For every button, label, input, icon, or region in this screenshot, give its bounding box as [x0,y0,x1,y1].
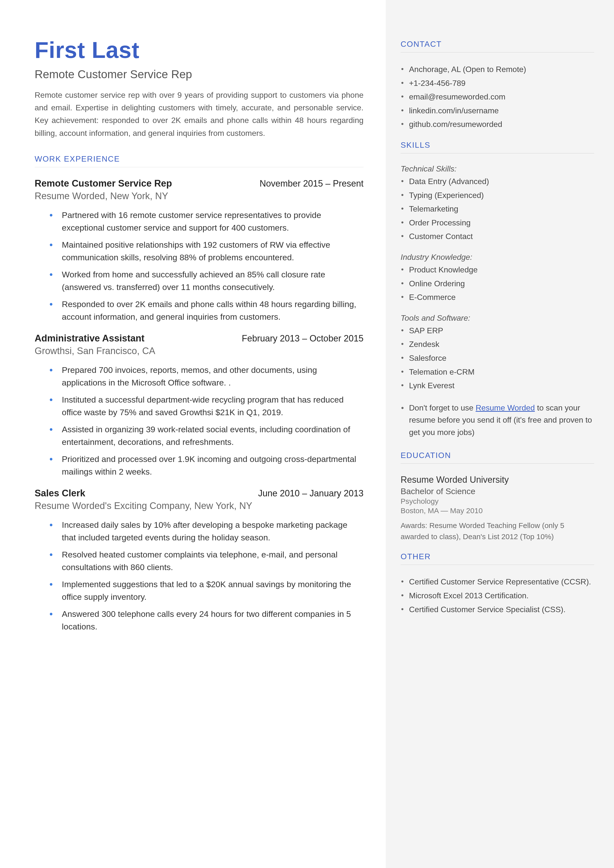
contact-item: +1-234-456-789 [401,77,594,90]
contact-heading: CONTACT [401,40,594,49]
job-header: Remote Customer Service RepNovember 2015… [35,178,363,189]
bullet-item: Instituted a successful department-wide … [50,393,363,419]
sidebar-column: CONTACT Anchorage, AL (Open to Remote)+1… [386,0,614,868]
person-title: Remote Customer Service Rep [35,68,363,81]
main-column: First Last Remote Customer Service Rep R… [0,0,386,868]
job-company: Resume Worded, New York, NY [35,191,363,202]
job-dates: November 2015 – Present [260,179,363,189]
divider [401,463,594,464]
divider [401,52,594,53]
bullet-item: Prioritized and processed over 1.9K inco… [50,453,363,478]
bullet-item: Responded to over 2K emails and phone ca… [50,298,363,323]
skills-list: SAP ERPZendeskSalesforceTelemation e-CRM… [401,325,594,392]
job-block: Sales ClerkJune 2010 – January 2013Resum… [35,488,363,633]
skill-item: Customer Contact [401,230,594,243]
job-bullets: Partnered with 16 remote customer servic… [35,209,363,323]
job-company: Growthsi, San Francisco, CA [35,346,363,356]
job-header: Sales ClerkJune 2010 – January 2013 [35,488,363,498]
edu-field: Psychology [401,497,594,506]
skills-list: Product KnowledgeOnline OrderingE-Commer… [401,264,594,304]
bullet-item: Partnered with 16 remote customer servic… [50,209,363,234]
contact-item: Anchorage, AL (Open to Remote) [401,63,594,76]
skills-heading: SKILLS [401,141,594,150]
skills-subhead: Industry Knowledge: [401,253,594,262]
other-item: Microsoft Excel 2013 Certification. [401,590,594,602]
skill-item: Online Ordering [401,278,594,290]
job-bullets: Increased daily sales by 10% after devel… [35,519,363,633]
bullet-item: Resolved heated customer complaints via … [50,548,363,573]
skills-list: Data Entry (Advanced)Typing (Experienced… [401,175,594,243]
skills-note: Don't forget to use Resume Worded to sca… [401,402,594,439]
job-block: Remote Customer Service RepNovember 2015… [35,178,363,323]
person-name: First Last [35,37,363,63]
contact-item: github.com/resumeworded [401,118,594,130]
bullet-item: Assisted in organizing 39 work-related s… [50,423,363,448]
other-list: Certified Customer Service Representativ… [401,576,594,616]
bullet-item: Answered 300 telephone calls every 24 ho… [50,608,363,633]
job-bullets: Prepared 700 invoices, reports, memos, a… [35,364,363,478]
note-prefix: Don't forget to use [409,403,476,412]
skill-item: Typing (Experienced) [401,189,594,202]
contact-list: Anchorage, AL (Open to Remote)+1-234-456… [401,63,594,130]
skills-subhead: Tools and Software: [401,314,594,323]
bullet-item: Increased daily sales by 10% after devel… [50,519,363,544]
skill-item: SAP ERP [401,325,594,337]
education-heading: EDUCATION [401,451,594,460]
bullet-item: Implemented suggestions that led to a $2… [50,578,363,603]
edu-location: Boston, MA — May 2010 [401,506,594,515]
other-item: Certified Customer Service Representativ… [401,576,594,588]
edu-school: Resume Worded University [401,475,594,485]
divider [401,153,594,154]
skill-item: Zendesk [401,338,594,351]
other-heading: OTHER [401,552,594,561]
job-dates: February 2013 – October 2015 [242,333,363,344]
contact-item: email@resumeworded.com [401,91,594,103]
edu-degree: Bachelor of Science [401,486,594,496]
job-title: Remote Customer Service Rep [35,178,172,189]
job-company: Resume Worded's Exciting Company, New Yo… [35,500,363,511]
skill-item: Product Knowledge [401,264,594,276]
divider [401,565,594,565]
skill-item: Telemation e-CRM [401,366,594,378]
skill-item: Order Processing [401,217,594,229]
skills-groups: Technical Skills:Data Entry (Advanced)Ty… [401,164,594,392]
skill-item: Lynk Everest [401,380,594,392]
jobs-container: Remote Customer Service RepNovember 2015… [35,178,363,633]
work-heading: WORK EXPERIENCE [35,154,363,163]
skill-item: Data Entry (Advanced) [401,175,594,188]
bullet-item: Prepared 700 invoices, reports, memos, a… [50,364,363,389]
skills-subhead: Technical Skills: [401,164,594,174]
skill-item: Telemarketing [401,203,594,215]
job-dates: June 2010 – January 2013 [258,488,363,498]
skill-item: E-Commerce [401,291,594,304]
job-header: Administrative AssistantFebruary 2013 – … [35,333,363,344]
summary-text: Remote customer service rep with over 9 … [35,89,363,140]
job-title: Administrative Assistant [35,333,144,344]
resume-worded-link[interactable]: Resume Worded [476,403,535,412]
bullet-item: Worked from home and successfully achiev… [50,268,363,293]
edu-awards: Awards: Resume Worded Teaching Fellow (o… [401,520,594,542]
job-block: Administrative AssistantFebruary 2013 – … [35,333,363,478]
other-item: Certified Customer Service Specialist (C… [401,604,594,616]
job-title: Sales Clerk [35,488,85,498]
bullet-item: Maintained positive relationships with 1… [50,239,363,264]
skill-item: Salesforce [401,352,594,365]
contact-item: linkedin.com/in/username [401,105,594,117]
